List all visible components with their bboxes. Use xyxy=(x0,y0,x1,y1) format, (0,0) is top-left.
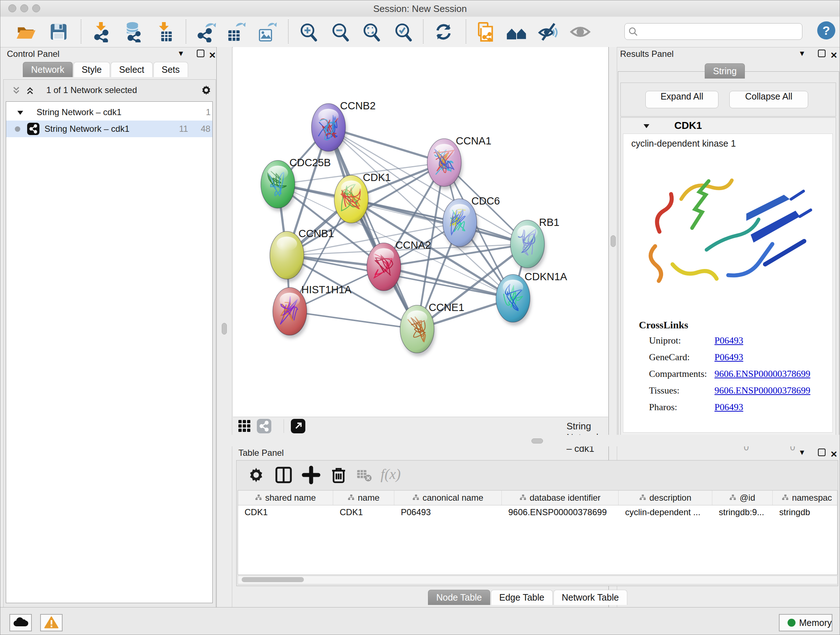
column-header-description[interactable]: description xyxy=(619,491,712,505)
help-button[interactable]: ? xyxy=(817,21,835,40)
section-collapse-triangle-icon[interactable] xyxy=(643,122,651,130)
tab-string[interactable]: String xyxy=(705,63,745,79)
hide-selected-eye-slash-icon[interactable] xyxy=(538,21,559,42)
table-options-gear-icon[interactable] xyxy=(247,466,265,485)
delete-column-trash-icon[interactable] xyxy=(329,466,348,485)
table-cell[interactable]: P06493 xyxy=(394,505,502,519)
table-row[interactable]: CDK1CDK1P064939606.ENSP00000378699cyclin… xyxy=(238,505,837,519)
network-collection-row[interactable]: String Network – cdk1 1 xyxy=(6,104,212,120)
column-header-shared-name[interactable]: shared name xyxy=(238,491,333,505)
clone-network-icon[interactable] xyxy=(476,21,497,42)
expand-all-chevron-icon[interactable] xyxy=(25,85,35,96)
open-in-window-icon[interactable] xyxy=(291,419,305,433)
expand-all-button[interactable]: Expand All xyxy=(645,91,718,108)
crosslink-value-link[interactable]: P06493 xyxy=(714,402,743,413)
table-cell[interactable]: stringdb:9... xyxy=(712,505,773,519)
add-column-plus-icon[interactable] xyxy=(302,466,321,485)
import-table-from-file-icon[interactable] xyxy=(154,21,175,42)
network-options-gear-icon[interactable] xyxy=(200,84,212,96)
zoom-selected-icon[interactable] xyxy=(393,21,414,42)
horizontal-splitter-handle[interactable] xyxy=(531,439,543,443)
crosslink-value-link[interactable]: P06493 xyxy=(714,335,743,346)
table-panel-close-icon[interactable]: ✕ xyxy=(830,449,837,459)
table-panel-float-icon[interactable]: ▾ xyxy=(800,447,804,457)
table-cell[interactable]: 9606.ENSP00000378699 xyxy=(502,505,619,519)
tree-expand-triangle-icon[interactable] xyxy=(16,109,24,117)
import-network-from-file-icon[interactable] xyxy=(91,21,112,42)
show-columns-icon[interactable] xyxy=(274,466,293,485)
right-splitter-handle[interactable] xyxy=(611,235,616,247)
edge-HIST1H1A-CCNE1[interactable] xyxy=(290,311,417,329)
export-table-icon[interactable] xyxy=(225,21,246,42)
horizontal-splitter[interactable] xyxy=(232,435,840,447)
edge-CDK1-RB1[interactable] xyxy=(351,199,527,244)
node-CCNE1[interactable]: CCNE1 xyxy=(400,302,464,356)
crosslink-value-link[interactable]: 9606.ENSP00000378699 xyxy=(714,385,810,396)
zoom-out-icon[interactable] xyxy=(330,21,351,42)
results-panel-close-icon[interactable]: ✕ xyxy=(830,50,837,60)
open-session-icon[interactable] xyxy=(16,21,36,42)
table-cell[interactable]: CDK1 xyxy=(238,505,333,519)
node-CDC25B[interactable]: CDC25B xyxy=(261,157,331,211)
column-header-database-identifier[interactable]: database identifier xyxy=(502,491,619,505)
zoom-in-icon[interactable] xyxy=(298,21,319,42)
left-splitter[interactable] xyxy=(216,47,232,607)
node-CCNA1[interactable]: CCNA1 xyxy=(427,135,491,190)
refresh-network-icon[interactable] xyxy=(433,21,454,42)
protein-section-header[interactable]: CDK1 xyxy=(621,118,836,134)
tab-sets[interactable]: Sets xyxy=(153,62,188,77)
node-CDKN1A[interactable]: CDKN1A xyxy=(496,271,567,325)
tab-style[interactable]: Style xyxy=(73,62,111,77)
table-panel-maximize-icon[interactable] xyxy=(818,448,826,456)
crosslink-value-link[interactable]: P06493 xyxy=(714,352,743,363)
export-image-icon[interactable] xyxy=(256,21,278,42)
node-CCNB1[interactable]: CCNB1 xyxy=(270,228,334,282)
network-canvas[interactable]: CCNB2CCNA1CDC25BCDK1CDC6RB1CCNB1CCNA2CDK… xyxy=(233,47,608,417)
show-all-eye-icon[interactable] xyxy=(570,21,591,42)
table-horizontal-scrollbar[interactable] xyxy=(238,576,837,584)
results-panel-float-icon[interactable]: ▾ xyxy=(800,48,804,58)
table-cell[interactable]: stringdb xyxy=(773,505,837,519)
search-input[interactable] xyxy=(624,23,802,40)
tab-select[interactable]: Select xyxy=(111,62,152,77)
control-panel-maximize-icon[interactable] xyxy=(197,50,204,57)
export-network-icon[interactable] xyxy=(196,21,217,42)
table-cell[interactable]: CDK1 xyxy=(333,505,394,519)
node-CCNA2[interactable]: CCNA2 xyxy=(367,239,431,294)
memory-button[interactable]: Memory xyxy=(779,614,832,631)
warning-status-button[interactable] xyxy=(40,614,63,631)
node-CCNB2[interactable]: CCNB2 xyxy=(311,100,376,155)
tab-node-table[interactable]: Node Table xyxy=(428,590,490,605)
edge-CCNB2-CCNE1[interactable] xyxy=(328,127,417,329)
node-HIST1H1A[interactable]: HIST1H1A xyxy=(273,284,352,339)
tab-network[interactable]: Network xyxy=(23,62,73,77)
delete-table-icon[interactable] xyxy=(356,466,372,485)
column-header-name[interactable]: name xyxy=(333,491,394,505)
table-cell[interactable]: cyclin-dependent ... xyxy=(619,505,712,519)
import-network-from-database-icon[interactable] xyxy=(123,21,144,42)
network-share-toggle-icon[interactable] xyxy=(257,419,271,433)
pan-crosshair-icon[interactable] xyxy=(591,418,606,434)
column-header-canonical-name[interactable]: canonical name xyxy=(394,491,502,505)
network-row-selected[interactable]: String Network – cdk1 11 48 xyxy=(6,120,212,137)
column-header--id[interactable]: @id xyxy=(712,491,773,505)
collapse-all-chevron-icon[interactable] xyxy=(11,85,22,96)
first-neighbors-houses-icon[interactable] xyxy=(506,21,527,42)
save-session-icon[interactable] xyxy=(48,21,69,42)
left-splitter-handle[interactable] xyxy=(222,323,227,334)
control-panel-close-icon[interactable]: ✕ xyxy=(209,50,216,60)
tab-network-table[interactable]: Network Table xyxy=(554,590,627,605)
zoom-fit-content-icon[interactable] xyxy=(361,21,382,42)
results-panel-maximize-icon[interactable] xyxy=(818,50,826,57)
column-header-namespac[interactable]: namespac xyxy=(773,491,837,505)
control-panel-float-icon[interactable]: ▾ xyxy=(179,48,183,58)
network-graph[interactable]: CCNB2CCNA1CDC25BCDK1CDC6RB1CCNB1CCNA2CDK… xyxy=(233,47,608,417)
crosslink-value-link[interactable]: 9606.ENSP00000378699 xyxy=(714,369,810,379)
collapse-all-button[interactable]: Collapse All xyxy=(729,91,808,108)
scrollbar-thumb[interactable] xyxy=(242,577,304,582)
tab-edge-table[interactable]: Edge Table xyxy=(491,590,553,605)
cloud-status-button[interactable] xyxy=(9,614,32,631)
node-RB1[interactable]: RB1 xyxy=(510,217,559,271)
birdseye-grid-icon[interactable] xyxy=(237,419,252,433)
function-builder-icon[interactable]: f(x) xyxy=(381,466,401,485)
